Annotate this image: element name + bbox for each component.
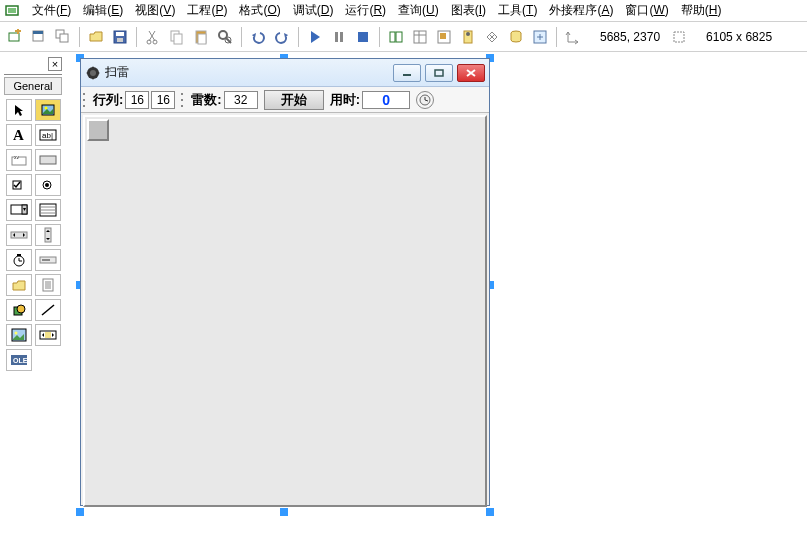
- undo-button[interactable]: [247, 26, 269, 48]
- menu-format[interactable]: 格式(O): [233, 0, 286, 21]
- svg-rect-38: [40, 156, 56, 164]
- data-view-button[interactable]: [505, 26, 527, 48]
- cut-button[interactable]: [142, 26, 164, 48]
- svg-rect-4: [33, 31, 43, 34]
- svg-rect-1: [8, 8, 16, 13]
- svg-point-41: [45, 183, 49, 187]
- separator: [298, 27, 299, 47]
- menu-debug[interactable]: 调试(D): [287, 0, 340, 21]
- main-toolbar: 5685, 2370 6105 x 6825: [0, 22, 807, 52]
- paste-button[interactable]: [190, 26, 212, 48]
- object-browser-button[interactable]: [457, 26, 479, 48]
- tool-filelistbox[interactable]: [35, 274, 61, 296]
- redo-button[interactable]: [271, 26, 293, 48]
- tool-label[interactable]: A: [6, 124, 32, 146]
- design-form-window[interactable]: 扫雷 行列: 16 16 雷数: 32 开始 用时: 0: [80, 58, 490, 506]
- menu-edit[interactable]: 编辑(E): [77, 0, 129, 21]
- selection-handle-s[interactable]: [280, 508, 288, 516]
- menu-run[interactable]: 运行(R): [339, 0, 392, 21]
- tool-shape[interactable]: [6, 299, 32, 321]
- tool-vscrollbar[interactable]: [35, 224, 61, 246]
- tool-frame[interactable]: xv: [6, 149, 32, 171]
- form-maximize-button[interactable]: [425, 64, 453, 82]
- add-project-button[interactable]: [4, 26, 26, 48]
- menu-window[interactable]: 窗口(W): [619, 0, 674, 21]
- tool-ole[interactable]: OLE: [6, 349, 32, 371]
- form-client-area[interactable]: [83, 115, 487, 507]
- tool-line[interactable]: [35, 299, 61, 321]
- tool-textbox[interactable]: ab|: [35, 124, 61, 146]
- size-icon: [668, 26, 690, 48]
- open-button[interactable]: [85, 26, 107, 48]
- toolbox-button[interactable]: [481, 26, 503, 48]
- tool-hscrollbar[interactable]: [6, 224, 32, 246]
- pause-button[interactable]: [328, 26, 350, 48]
- svg-rect-6: [60, 34, 68, 42]
- tool-picturebox[interactable]: [35, 99, 61, 121]
- add-form-button[interactable]: [28, 26, 50, 48]
- form-designer-canvas[interactable]: 扫雷 行列: 16 16 雷数: 32 开始 用时: 0: [70, 54, 807, 556]
- svg-rect-57: [45, 332, 51, 338]
- selection-handle-sw[interactable]: [76, 508, 84, 516]
- svg-point-53: [17, 305, 25, 313]
- form-titlebar[interactable]: 扫雷: [81, 59, 489, 87]
- palette-close-button[interactable]: ×: [48, 57, 62, 71]
- menu-addins[interactable]: 外接程序(A): [543, 0, 619, 21]
- svg-rect-19: [340, 32, 343, 42]
- separator: [556, 27, 557, 47]
- svg-rect-22: [396, 32, 402, 42]
- tool-optionbutton[interactable]: [35, 174, 61, 196]
- svg-point-55: [14, 332, 17, 335]
- menu-tools[interactable]: 工具(T): [492, 0, 543, 21]
- selection-handle-se[interactable]: [486, 508, 494, 516]
- menu-query[interactable]: 查询(U): [392, 0, 445, 21]
- stop-button[interactable]: [352, 26, 374, 48]
- time-label: 用时:: [330, 91, 360, 109]
- menu-file[interactable]: 文件(F): [26, 0, 77, 21]
- tool-timer[interactable]: [6, 249, 32, 271]
- rows-field[interactable]: 16: [125, 91, 149, 109]
- menu-view[interactable]: 视图(V): [129, 0, 181, 21]
- svg-text:ab|: ab|: [42, 131, 53, 140]
- toolbar-grip[interactable]: [83, 91, 89, 109]
- form-toolbar: 行列: 16 16 雷数: 32 开始 用时: 0: [81, 87, 489, 113]
- component-manager-button[interactable]: [529, 26, 551, 48]
- tool-listbox[interactable]: [35, 199, 61, 221]
- properties-button[interactable]: [409, 26, 431, 48]
- svg-rect-13: [174, 34, 182, 44]
- toolbar-grip[interactable]: [181, 91, 187, 109]
- save-button[interactable]: [109, 26, 131, 48]
- cols-field[interactable]: 16: [151, 91, 175, 109]
- tool-image[interactable]: [6, 324, 32, 346]
- run-button[interactable]: [304, 26, 326, 48]
- copy-button[interactable]: [166, 26, 188, 48]
- project-explorer-button[interactable]: [385, 26, 407, 48]
- svg-rect-50: [42, 259, 50, 261]
- mines-field[interactable]: 32: [224, 91, 258, 109]
- tool-pointer[interactable]: [6, 99, 32, 121]
- menu-project[interactable]: 工程(P): [181, 0, 233, 21]
- start-button[interactable]: 开始: [264, 90, 324, 110]
- menu-diagram[interactable]: 图表(I): [445, 0, 492, 21]
- tool-commandbutton[interactable]: [35, 149, 61, 171]
- position-icon: [562, 26, 584, 48]
- menu-help[interactable]: 帮助(H): [675, 0, 728, 21]
- form-layout-button[interactable]: [433, 26, 455, 48]
- svg-rect-48: [17, 254, 21, 256]
- svg-rect-9: [117, 38, 123, 42]
- form-minimize-button[interactable]: [393, 64, 421, 82]
- mine-cell-control[interactable]: [87, 119, 109, 141]
- tool-drivelistbox[interactable]: [35, 249, 61, 271]
- tool-dirlistbox[interactable]: [6, 274, 32, 296]
- palette-tab-general[interactable]: General: [4, 77, 62, 95]
- time-display: 0: [362, 91, 410, 109]
- add-mdi-button[interactable]: [52, 26, 74, 48]
- tool-checkbox[interactable]: [6, 174, 32, 196]
- svg-rect-25: [440, 33, 446, 39]
- svg-rect-2: [9, 33, 19, 41]
- form-icon: [85, 65, 101, 81]
- tool-data[interactable]: [35, 324, 61, 346]
- tool-combobox[interactable]: [6, 199, 32, 221]
- find-button[interactable]: [214, 26, 236, 48]
- form-close-button[interactable]: [457, 64, 485, 82]
